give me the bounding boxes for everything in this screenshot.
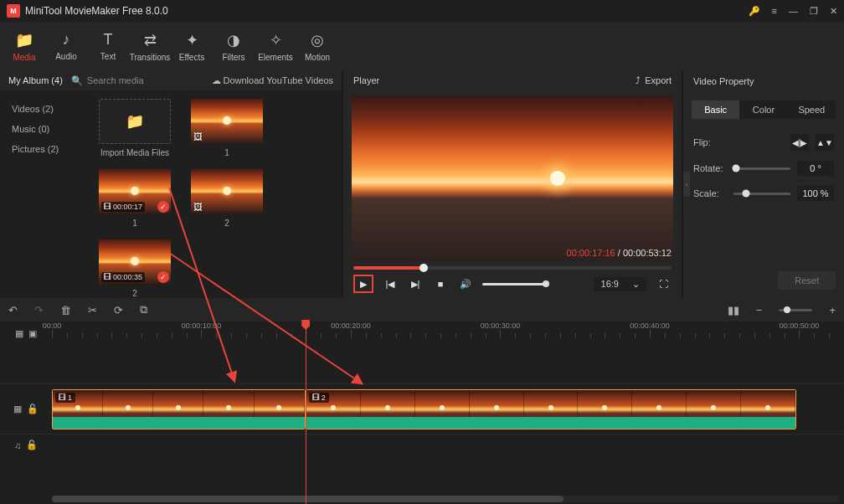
- volume-icon[interactable]: 🔊: [457, 275, 474, 292]
- panel-collapse-handle[interactable]: ›: [683, 172, 690, 197]
- flip-label: Flip:: [693, 137, 727, 147]
- timeline-scrollbar[interactable]: [52, 496, 839, 502]
- image-icon: 🖼: [193, 202, 203, 212]
- crop-button[interactable]: ⧉: [140, 303, 147, 316]
- rotate-value[interactable]: 0 °: [797, 161, 834, 176]
- export-icon: ⤴: [636, 75, 641, 85]
- category-item[interactable]: Music (0): [0, 119, 90, 139]
- next-button[interactable]: ▶|: [407, 275, 424, 292]
- timeline-toolbar: ↶ ↷ 🗑 ✂ ⟳ ⧉ ▮▮ − +: [0, 298, 844, 321]
- video-icon: 🎞: [104, 203, 111, 211]
- timeline-clip[interactable]: 🎞2: [306, 389, 797, 429]
- key-icon[interactable]: 🔑: [749, 6, 760, 17]
- tool-elements[interactable]: ✧Elements: [255, 22, 296, 70]
- scale-label: Scale:: [693, 188, 727, 198]
- tool-text[interactable]: TText: [87, 22, 129, 70]
- menu-icon[interactable]: ≡: [772, 6, 777, 16]
- media-thumb[interactable]: 🎞00:00:35 ✓ 2: [99, 239, 171, 298]
- fullscreen-button[interactable]: ⛶: [655, 275, 672, 292]
- close-icon[interactable]: ✕: [830, 6, 837, 17]
- tab-color[interactable]: Color: [739, 100, 787, 119]
- aspect-select[interactable]: 16:9 ⌄: [594, 277, 646, 291]
- timeline-ruler: ▦ ▣ 00:0000:00:10:0000:00:20:0000:00:30:…: [0, 321, 844, 345]
- fit-button[interactable]: ▮▮: [728, 304, 739, 316]
- audio-track: ♫ 🔓: [0, 434, 844, 455]
- zoom-out-button[interactable]: −: [756, 304, 763, 316]
- category-item[interactable]: Videos (2): [0, 99, 90, 119]
- zoom-slider[interactable]: [779, 309, 812, 311]
- playhead[interactable]: [306, 321, 306, 504]
- main-toolbar: 📁Media♪AudioTText⇄Transitions✦Effects◑Fi…: [0, 22, 844, 70]
- album-label[interactable]: My Album (4): [8, 75, 63, 85]
- tool-motion[interactable]: ◎Motion: [296, 22, 338, 70]
- download-youtube-link[interactable]: ☁ Download YouTube Videos: [212, 75, 334, 86]
- timeline: ↶ ↷ 🗑 ✂ ⟳ ⧉ ▮▮ − + ▦ ▣ 00:0000:00:10:000…: [0, 298, 844, 504]
- timeline-clip[interactable]: 🎞1: [52, 389, 306, 429]
- video-icon: 🎞: [312, 393, 320, 402]
- flip-vertical-button[interactable]: ▲▼: [816, 134, 834, 151]
- search-placeholder: Search media: [87, 75, 144, 85]
- redo-button[interactable]: ↷: [34, 304, 44, 316]
- add-track-icon[interactable]: ▦: [15, 328, 23, 339]
- check-icon: ✓: [157, 271, 169, 283]
- tool-effects[interactable]: ✦Effects: [171, 22, 213, 70]
- zoom-in-button[interactable]: +: [829, 304, 836, 316]
- play-button[interactable]: ▶: [353, 275, 373, 293]
- player-title: Player: [353, 75, 379, 85]
- delete-button[interactable]: 🗑: [60, 304, 71, 316]
- audio-track-icon: ♫: [14, 440, 21, 450]
- check-icon: ✓: [157, 201, 169, 213]
- media-thumb[interactable]: 🖼 1: [191, 99, 263, 157]
- property-title: Video Property: [683, 70, 844, 92]
- undo-button[interactable]: ↶: [8, 304, 18, 316]
- media-thumb[interactable]: 🖼 2: [191, 169, 263, 228]
- app-title: MiniTool MovieMaker Free 8.0.0: [25, 5, 749, 17]
- media-categories: Videos (2)Music (0)Pictures (2): [0, 90, 90, 298]
- tab-speed[interactable]: Speed: [788, 100, 836, 119]
- property-tabs: Basic Color Speed: [692, 100, 836, 119]
- video-track-icon: ▦: [13, 404, 22, 414]
- category-item[interactable]: Pictures (2): [0, 139, 90, 159]
- maximize-icon[interactable]: ❐: [810, 6, 818, 17]
- property-panel: › Video Property Basic Color Speed Flip:…: [683, 70, 844, 298]
- media-panel: My Album (4) 🔍 Search media ☁ Download Y…: [0, 70, 342, 298]
- player-panel: Player ⤴ Export 00:00:17:16 / 00:00:53:1…: [342, 70, 683, 298]
- video-track: ▦ 🔓 🎞1 🎞2: [0, 383, 844, 434]
- player-timecode: 00:00:17:16 / 00:00:53:12: [567, 248, 672, 258]
- chevron-down-icon: ⌄: [632, 279, 640, 290]
- stop-button[interactable]: ■: [432, 275, 449, 292]
- tool-transitions[interactable]: ⇄Transitions: [129, 22, 171, 70]
- reset-button[interactable]: Reset: [778, 271, 836, 290]
- scale-value[interactable]: 100 %: [797, 186, 834, 201]
- export-button[interactable]: ⤴ Export: [636, 75, 672, 85]
- player-scrubber[interactable]: [353, 266, 672, 270]
- tool-audio[interactable]: ♪Audio: [45, 22, 87, 70]
- flip-horizontal-button[interactable]: ◀|▶: [790, 134, 809, 151]
- prev-button[interactable]: |◀: [382, 275, 399, 292]
- rotate-slider[interactable]: [733, 167, 790, 170]
- image-icon: 🖼: [193, 131, 203, 141]
- tool-filters[interactable]: ◑Filters: [213, 22, 255, 70]
- tab-basic[interactable]: Basic: [692, 100, 739, 119]
- cut-button[interactable]: ✂: [88, 304, 97, 316]
- media-thumbnails: 📁 Import Media Files 🖼 1 🎞00:00:17 ✓ 1 🖼: [90, 90, 342, 298]
- folder-icon: 📁: [126, 112, 144, 131]
- player-preview[interactable]: [352, 96, 673, 261]
- volume-slider[interactable]: [482, 283, 546, 285]
- rotate-label: Rotate:: [693, 163, 727, 173]
- import-media-button[interactable]: 📁 Import Media Files: [99, 99, 171, 157]
- app-logo: M: [7, 4, 20, 18]
- track-options-icon[interactable]: ▣: [28, 328, 37, 339]
- search-input[interactable]: 🔍 Search media: [71, 75, 203, 86]
- cloud-download-icon: ☁: [212, 75, 221, 86]
- search-icon: 🔍: [71, 75, 83, 86]
- lock-icon[interactable]: 🔓: [26, 440, 38, 450]
- video-icon: 🎞: [104, 273, 111, 281]
- minimize-icon[interactable]: —: [789, 6, 798, 16]
- titlebar: M MiniTool MovieMaker Free 8.0.0 🔑 ≡ — ❐…: [0, 0, 844, 22]
- scale-slider[interactable]: [733, 193, 790, 195]
- tool-media[interactable]: 📁Media: [3, 22, 45, 70]
- lock-icon[interactable]: 🔓: [27, 404, 39, 414]
- media-thumb[interactable]: 🎞00:00:17 ✓ 1: [99, 169, 171, 228]
- speed-button[interactable]: ⟳: [114, 304, 123, 316]
